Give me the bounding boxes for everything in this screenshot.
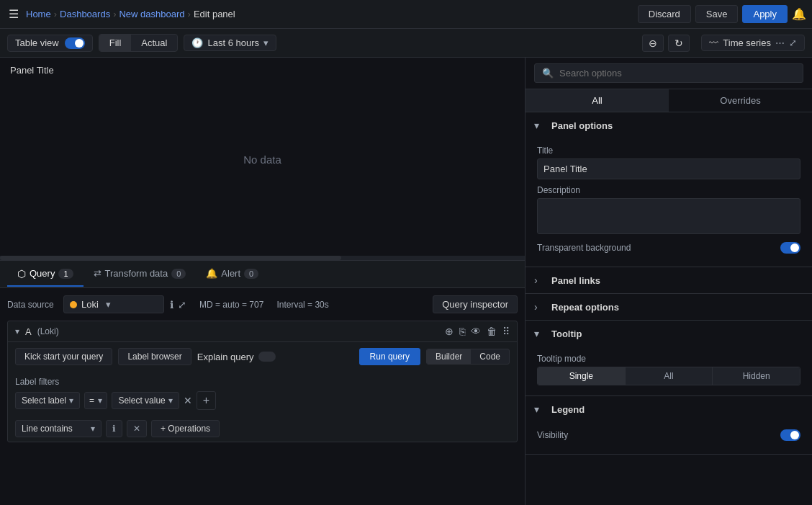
line-contains-dropdown[interactable]: Line contains ▾ (15, 420, 102, 437)
tooltip-mode-single[interactable]: Single (538, 367, 626, 385)
legend-visibility-toggle[interactable] (780, 429, 800, 441)
legend-visibility-label: Visibility (537, 430, 568, 440)
viz-options-icon: ⋯ (775, 37, 785, 48)
breadcrumb-dashboards[interactable]: Dashboards (60, 9, 110, 19)
legend-body: Visibility (525, 422, 812, 454)
datasource-selector[interactable]: Loki ▾ (63, 295, 164, 313)
query-inspector-button[interactable]: Query inspector (433, 295, 518, 313)
apply-button[interactable]: Apply (742, 5, 788, 23)
transform-tab-label: Transform data (105, 268, 168, 279)
line-contains-delete[interactable]: ✕ (127, 420, 147, 437)
tooltip-mode-hidden[interactable]: Hidden (713, 367, 800, 385)
toolbar: Table view Fill Actual 🕐 Last 6 hours ▾ … (0, 29, 812, 58)
right-panel: 🔍 All Overrides ▾ Panel options Title De… (525, 58, 812, 505)
table-view-label: Table view (15, 37, 59, 48)
breadcrumb-home[interactable]: Home (26, 9, 51, 19)
explain-switch[interactable] (258, 352, 276, 362)
run-query-button[interactable]: Run query (359, 348, 420, 365)
tooltip-title: Tooltip (551, 329, 582, 339)
discard-button[interactable]: Discard (638, 5, 691, 23)
label-browser-button[interactable]: Label browser (118, 348, 191, 365)
datasource-info-icons: ℹ ⤢ (170, 299, 186, 310)
datasource-chevron: ▾ (106, 299, 111, 310)
panel-options-body: Title Description Transparent background (525, 138, 812, 267)
repeat-options-title: Repeat options (551, 302, 619, 313)
breadcrumb-sep-1: › (54, 9, 57, 19)
filter-clear-button[interactable]: ✕ (184, 395, 192, 406)
eq-chevron: ▾ (98, 395, 102, 406)
viz-type-selector[interactable]: 〰 Time series ⋯ ⤢ (701, 35, 805, 51)
time-range-picker[interactable]: 🕐 Last 6 hours ▾ (184, 35, 276, 51)
line-contains-delete-icon: ✕ (133, 424, 140, 434)
viz-expand-icon: ⤢ (789, 37, 797, 48)
query-buttons-row: Kick start your query Label browser Expl… (8, 342, 517, 371)
clock-icon: 🕐 (191, 37, 203, 48)
kick-start-button[interactable]: Kick start your query (15, 348, 112, 365)
fill-option[interactable]: Fill (99, 35, 132, 51)
panel-options-header[interactable]: ▾ Panel options (525, 112, 812, 138)
select-label-dropdown[interactable]: Select label ▾ (15, 392, 80, 409)
table-view-switch[interactable] (65, 37, 85, 49)
select-value-text: Select value (118, 395, 165, 406)
panel-links-header[interactable]: › Panel links (525, 267, 812, 293)
builder-option[interactable]: Builder (427, 349, 471, 364)
refresh-button[interactable]: ↻ (668, 35, 690, 52)
query-drag-icon[interactable]: ⠿ (502, 326, 510, 337)
panel-options-title: Panel options (551, 120, 613, 131)
panel-title-display: Panel Title (10, 65, 54, 76)
query-copy-icon[interactable]: ⎘ (459, 326, 465, 337)
query-tab-icon: ⬡ (17, 268, 26, 280)
ds-info-icon[interactable]: ℹ (170, 299, 173, 310)
hamburger-icon[interactable]: ☰ (6, 4, 22, 24)
query-hide-icon[interactable]: 👁 (471, 326, 481, 337)
tab-alert[interactable]: 🔔 Alert 0 (196, 262, 269, 286)
save-button[interactable]: Save (695, 5, 739, 23)
actual-option[interactable]: Actual (131, 35, 177, 51)
all-overrides-tabs: All Overrides (525, 89, 812, 112)
line-contains-info[interactable]: ℹ (106, 420, 122, 437)
loki-dot-icon (70, 301, 77, 308)
repeat-options-header[interactable]: › Repeat options (525, 294, 812, 320)
tooltip-mode-all[interactable]: All (626, 367, 713, 385)
breadcrumb-new-dashboard[interactable]: New dashboard (119, 9, 184, 19)
eq-operator-dropdown[interactable]: = ▾ (84, 392, 107, 409)
tooltip-chevron: ▾ (534, 328, 546, 339)
line-contains-text: Line contains (22, 424, 73, 434)
description-input[interactable] (537, 198, 800, 234)
code-option[interactable]: Code (471, 349, 509, 364)
tab-all[interactable]: All (525, 89, 669, 112)
query-tabs: ⬡ Query 1 ⇄ Transform data 0 🔔 Alert 0 (0, 261, 525, 288)
search-input[interactable] (559, 68, 795, 79)
query-block-header: ▾ A (Loki) ⊕ ⎘ 👁 🗑 ⠿ (8, 321, 517, 342)
tab-overrides[interactable]: Overrides (669, 89, 812, 112)
transform-tab-badge: 0 (171, 269, 186, 279)
panel-links-section: › Panel links (525, 267, 812, 294)
tab-transform[interactable]: ⇄ Transform data 0 (84, 262, 197, 286)
query-add-icon[interactable]: ⊕ (445, 326, 454, 337)
chart-area: Panel Title No data (0, 58, 525, 261)
tooltip-header[interactable]: ▾ Tooltip (525, 321, 812, 347)
collapse-arrow[interactable]: ▾ (15, 326, 19, 336)
label-filters-title: Label filters (15, 377, 510, 387)
legend-title: Legend (551, 404, 585, 415)
title-field-label: Title (537, 146, 800, 156)
meta-interval: Interval = 30s (276, 300, 328, 310)
zoom-out-button[interactable]: ⊖ (642, 35, 664, 52)
label-filters-row: Select label ▾ = ▾ Select value ▾ ✕ + (15, 391, 510, 410)
transparent-bg-toggle[interactable] (780, 242, 800, 254)
query-delete-icon[interactable]: 🗑 (487, 326, 497, 337)
chart-scrollbar[interactable] (0, 256, 525, 260)
select-value-dropdown[interactable]: Select value ▾ (112, 392, 179, 409)
toolbar-icons: ⊖ ↻ (642, 35, 690, 52)
main-layout: Panel Title No data ⬡ Query 1 ⇄ Transfor… (0, 58, 812, 505)
operations-button[interactable]: + Operations (151, 420, 220, 437)
tab-query[interactable]: ⬡ Query 1 (7, 262, 84, 287)
table-view-toggle[interactable]: Table view (7, 35, 93, 52)
title-input[interactable] (537, 158, 800, 179)
transparent-bg-row: Transparent background (537, 242, 800, 254)
line-contains-row: Line contains ▾ ℹ ✕ + Operations (8, 416, 517, 442)
bell-icon[interactable]: 🔔 (792, 7, 806, 21)
legend-header[interactable]: ▾ Legend (525, 396, 812, 422)
ds-expand-icon[interactable]: ⤢ (178, 299, 186, 310)
filter-add-button[interactable]: + (197, 391, 216, 410)
